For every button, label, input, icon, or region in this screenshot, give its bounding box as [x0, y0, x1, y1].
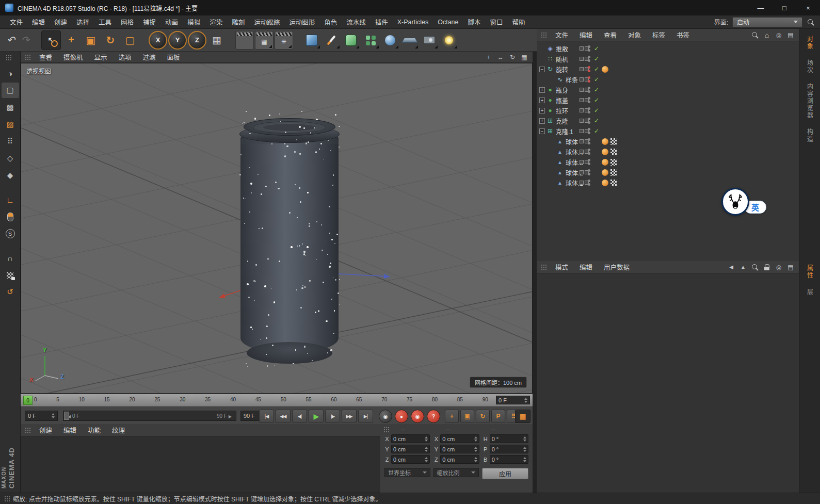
prev-key-button[interactable]: ◀◀ — [276, 410, 291, 423]
object-row[interactable]: ▲ 球体.2 — [537, 167, 799, 177]
object-name[interactable]: 瓶身 — [556, 86, 568, 94]
search-icon[interactable] — [751, 263, 759, 271]
phong-tag-icon[interactable] — [602, 159, 608, 166]
render-picture-viewer-button[interactable]: ▦ — [255, 31, 274, 50]
enable-axis-button[interactable]: ∟ — [2, 192, 19, 207]
coordinate-system-button[interactable]: ▦ — [207, 31, 226, 50]
menu-item[interactable]: Octane — [433, 19, 463, 26]
lock-icon[interactable] — [763, 263, 771, 271]
undo-button[interactable]: ↶ — [4, 31, 18, 50]
minimize-button[interactable]: — — [749, 0, 773, 15]
panel-handle[interactable] — [25, 427, 30, 433]
menu-item[interactable]: 面板 — [162, 52, 186, 62]
menu-item[interactable]: 功能 — [82, 425, 106, 435]
menu-item[interactable]: 脚本 — [463, 17, 486, 27]
scale-mode-dropdown[interactable]: 缩放比例 — [433, 468, 479, 477]
enable-check[interactable] — [593, 107, 600, 114]
key-position-toggle[interactable]: + — [445, 410, 459, 423]
value-stepper[interactable] — [523, 447, 526, 452]
menu-item[interactable]: X-Particles — [393, 19, 433, 26]
toggle-views-button[interactable]: ▦ — [520, 53, 528, 61]
enable-check[interactable] — [593, 55, 600, 62]
object-name[interactable]: 随机 — [556, 55, 568, 63]
make-editable-button[interactable]: ◑ — [2, 66, 19, 81]
object-name[interactable]: 球体 — [566, 137, 578, 146]
object-name[interactable]: 克隆.1 — [556, 127, 573, 136]
close-button[interactable]: × — [796, 0, 820, 15]
search-icon[interactable] — [807, 18, 815, 26]
panel-handle[interactable] — [25, 54, 30, 60]
pan-view-button[interactable]: + — [485, 53, 493, 61]
record-options-button[interactable]: ◉ — [411, 410, 424, 423]
edges-mode-button[interactable]: ◇ — [2, 151, 19, 166]
lock-z-axis-button[interactable]: Z — [188, 31, 206, 50]
current-frame-stepper[interactable] — [52, 413, 55, 418]
coordinate-input[interactable]: 0 cm — [391, 455, 430, 464]
enable-check[interactable] — [593, 86, 600, 93]
polygons-mode-button[interactable]: ◆ — [2, 168, 19, 183]
menu-item[interactable]: 查看 — [34, 52, 58, 62]
object-name[interactable]: 样条 — [566, 75, 578, 84]
menu-item[interactable]: 选择 — [72, 17, 94, 27]
cone-icon[interactable] — [739, 263, 747, 271]
value-stepper[interactable] — [425, 457, 428, 462]
object-row[interactable]: ● 瓶盖 — [537, 95, 799, 105]
texture-mode-button[interactable]: ▩ — [2, 100, 19, 115]
phong-tag-icon[interactable] — [602, 169, 608, 176]
menu-item[interactable]: 编辑 — [574, 30, 598, 40]
apply-button[interactable]: 应用 — [482, 468, 528, 479]
visibility-dots[interactable] — [588, 66, 590, 72]
visibility-dots[interactable] — [588, 159, 590, 165]
back-arrow-icon[interactable] — [727, 263, 735, 271]
help-button[interactable]: ? — [427, 410, 440, 423]
expand-toggle[interactable] — [539, 118, 545, 124]
dock-tab[interactable]: 场次 — [806, 55, 814, 78]
menu-item[interactable]: 动画 — [160, 17, 183, 27]
workplane-mode-button[interactable]: ▨ — [2, 117, 19, 132]
next-frame-button[interactable]: |▶ — [325, 410, 340, 423]
render-view-button[interactable] — [235, 31, 254, 50]
add-camera-button[interactable] — [420, 31, 439, 50]
visibility-dots[interactable] — [588, 128, 590, 134]
render-settings-button[interactable]: ✳ — [275, 31, 293, 50]
object-row[interactable]: ⊞ 克隆.1 — [537, 126, 799, 136]
next-key-button[interactable]: ▶▶ — [342, 410, 357, 423]
object-row[interactable]: ◈ 推散 — [537, 43, 799, 54]
panel-handle[interactable] — [383, 427, 389, 433]
points-mode-button[interactable]: ⠿ — [2, 134, 19, 149]
value-stepper[interactable] — [425, 447, 428, 452]
layout-icon[interactable] — [786, 263, 795, 271]
visibility-dots[interactable] — [588, 180, 590, 186]
menu-item[interactable]: 工具 — [94, 17, 116, 27]
add-subdivision-button[interactable] — [342, 31, 360, 50]
menu-item[interactable]: 创建 — [34, 425, 58, 435]
coordinate-input[interactable]: 0 cm — [440, 434, 479, 443]
value-stepper[interactable] — [474, 447, 477, 452]
frame-number-field[interactable]: 0 F — [496, 396, 530, 404]
move-tool[interactable]: + — [62, 31, 81, 50]
dock-tab[interactable]: 层 — [806, 284, 814, 300]
key-parameter-toggle[interactable]: P — [491, 410, 505, 423]
menu-item[interactable]: 雕刻 — [227, 17, 249, 27]
visibility-dots[interactable] — [588, 97, 590, 103]
lock-x-axis-button[interactable]: X — [149, 31, 167, 50]
menu-item[interactable]: 渲染 — [205, 17, 227, 27]
menu-item[interactable]: 标签 — [647, 30, 671, 40]
expand-toggle[interactable] — [539, 87, 545, 93]
key-scale-toggle[interactable]: ▣ — [460, 410, 474, 423]
menu-item[interactable]: 网格 — [116, 17, 138, 27]
expand-toggle[interactable] — [539, 67, 545, 72]
menu-item[interactable]: 显示 — [89, 52, 113, 62]
timeline-ruler[interactable]: 0 051015202530354045505560657075808590 0… — [21, 394, 533, 407]
scale-tool[interactable]: ▣ — [82, 31, 100, 50]
menu-item[interactable]: 帮助 — [508, 17, 530, 27]
menu-item[interactable]: 查看 — [598, 30, 622, 40]
menu-item[interactable]: 运动跟踪 — [249, 17, 284, 27]
object-name[interactable]: 瓶盖 — [556, 96, 568, 105]
menu-item[interactable]: 书签 — [671, 30, 695, 40]
enable-check[interactable] — [593, 127, 600, 135]
coordinate-input[interactable]: 0 cm — [440, 445, 479, 453]
add-cube-button[interactable] — [302, 31, 321, 50]
interface-dropdown[interactable]: 启动 — [732, 17, 802, 27]
enable-snap-button[interactable]: S — [2, 226, 19, 241]
